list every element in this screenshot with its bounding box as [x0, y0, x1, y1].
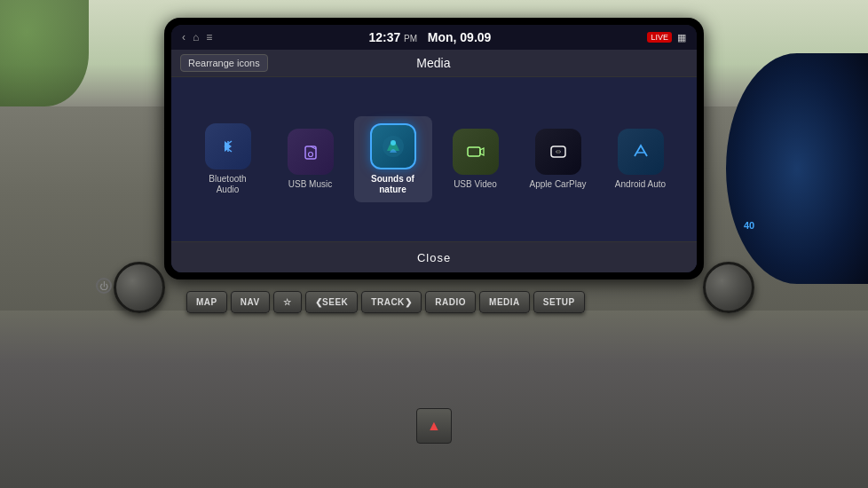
media-icon-android[interactable]: Android Auto [602, 122, 680, 197]
media-icon-bluetooth[interactable]: BluetoothAudio [189, 116, 267, 202]
radio-button[interactable]: RADIO [425, 291, 476, 313]
infotainment-screen: ‹ ⌂ ≡ 12:37 PM Mon, 09.09 LIVE ▦ [171, 25, 697, 272]
setup-button[interactable]: SETUP [533, 291, 585, 313]
home-icon[interactable]: ⌂ [193, 31, 199, 43]
close-button[interactable]: Close [417, 251, 451, 264]
clock: 12:37 PM Mon, 09.09 [368, 30, 491, 44]
track-forward-button[interactable]: TRACK❯ [361, 291, 422, 313]
seek-back-button[interactable]: ❮SEEK [305, 291, 359, 313]
media-icons-grid: BluetoothAudio USB Music [171, 77, 697, 241]
main-content: Rearrange icons Media [171, 50, 697, 272]
menu-icon[interactable]: ≡ [206, 31, 212, 43]
favorite-button[interactable]: ☆ [273, 291, 302, 313]
tree-decoration [0, 0, 89, 106]
status-bar: ‹ ⌂ ≡ 12:37 PM Mon, 09.09 LIVE ▦ [171, 25, 697, 50]
carplay-label: Apple CarPlay [530, 179, 587, 190]
right-knob[interactable] [703, 262, 754, 313]
dashboard: 40 ‹ ⌂ ≡ 12:37 PM Mon, 09.09 LIVE [0, 0, 868, 488]
map-button[interactable]: MAP [186, 291, 227, 313]
ampm-display: PM [404, 34, 417, 43]
nav-controls: ‹ ⌂ ≡ [182, 31, 212, 43]
status-indicators: LIVE ▦ [647, 32, 686, 43]
media-button[interactable]: MEDIA [479, 291, 530, 313]
screen-bezel: ‹ ⌂ ≡ 12:37 PM Mon, 09.09 LIVE ▦ [164, 18, 704, 279]
svg-point-1 [308, 153, 312, 157]
media-icon-usb-video[interactable]: USB Video [437, 122, 515, 197]
speedometer: 40 [726, 53, 868, 284]
hazard-button[interactable]: ▲ [416, 408, 452, 444]
hardware-buttons-row: MAP NAV ☆ ❮SEEK TRACK❯ RADIO MEDIA SETUP [186, 291, 585, 313]
bluetooth-icon-circle [205, 123, 251, 169]
left-knob[interactable] [114, 262, 165, 313]
close-area: Close [171, 241, 697, 272]
usb-video-label: USB Video [454, 179, 497, 190]
bluetooth-label: BluetoothAudio [209, 174, 246, 195]
signal-icon: ▦ [677, 32, 686, 43]
sounds-nature-label: Sounds of nature [359, 174, 428, 195]
media-icon-usb-music[interactable]: USB Music [272, 122, 350, 197]
android-icon-circle [618, 129, 664, 175]
svg-point-4 [391, 140, 396, 146]
svg-point-7 [556, 150, 560, 153]
usb-music-label: USB Music [288, 179, 332, 190]
back-icon[interactable]: ‹ [182, 31, 185, 43]
nav-button[interactable]: NAV [231, 291, 270, 313]
sounds-nature-icon-circle [370, 123, 416, 169]
carplay-icon-circle [535, 129, 581, 175]
header-bar: Rearrange icons Media [171, 50, 697, 77]
speed-display: 40 [744, 220, 754, 231]
live-badge: LIVE [647, 32, 672, 43]
media-icon-carplay[interactable]: Apple CarPlay [519, 122, 597, 197]
usb-music-icon-circle [288, 129, 334, 175]
power-button[interactable]: ⏻ [96, 278, 112, 294]
usb-video-icon-circle [453, 129, 499, 175]
svg-rect-5 [468, 147, 480, 156]
android-label: Android Auto [615, 179, 666, 190]
date-display: Mon, 09.09 [428, 30, 492, 44]
screen-title: Media [268, 56, 599, 70]
dashboard-bottom [0, 311, 868, 488]
media-icon-sounds-nature[interactable]: Sounds of nature [354, 116, 432, 202]
time-display: 12:37 [368, 30, 400, 44]
rearrange-button[interactable]: Rearrange icons [180, 54, 268, 72]
